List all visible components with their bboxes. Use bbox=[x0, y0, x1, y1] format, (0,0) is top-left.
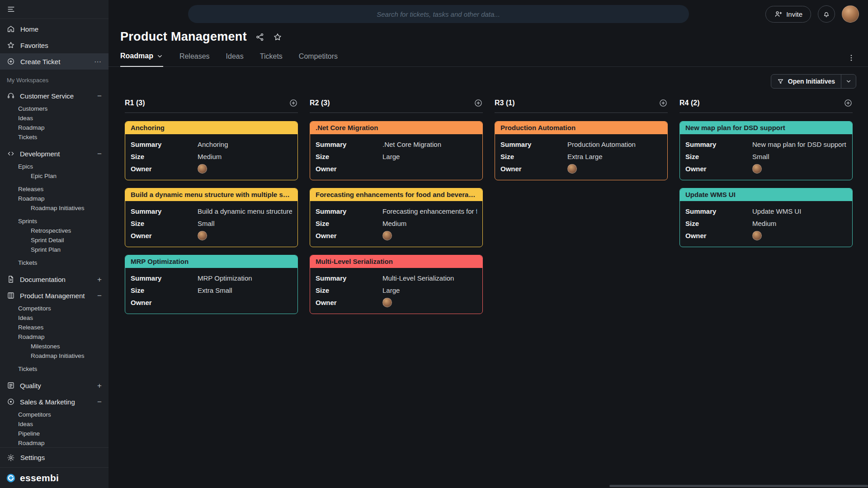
workspace-development[interactable]: Development− bbox=[0, 146, 108, 161]
sidebar-item-sprint-detail[interactable]: Sprint Detail bbox=[0, 235, 108, 245]
workspace-name: Development bbox=[20, 150, 60, 158]
filter-dropdown-chevron-icon[interactable] bbox=[841, 75, 856, 88]
add-card-icon[interactable] bbox=[474, 99, 483, 108]
sidebar-item-pipeline[interactable]: Pipeline bbox=[0, 429, 108, 438]
card-title: MRP Optimization bbox=[125, 255, 297, 268]
owner-avatar bbox=[752, 231, 762, 240]
card-owner-row: Owner bbox=[316, 163, 477, 175]
card-forecasting-enhancements-for-food-and-beverage-manufacturers[interactable]: Forecasting enhancements for food and be… bbox=[310, 188, 483, 247]
card-mrp-optimization[interactable]: MRP Optimization Summary MRP Optimizatio… bbox=[125, 255, 298, 314]
card-net-core-migration[interactable]: .Net Core Migration Summary .Net Core Mi… bbox=[310, 121, 483, 180]
workspace-quality[interactable]: Quality+ bbox=[0, 378, 108, 393]
card-title: Forecasting enhancements for food and be… bbox=[310, 188, 482, 201]
tab-tickets[interactable]: Tickets bbox=[260, 52, 283, 66]
card-build-a-dynamic-menu-structure-with-multiple-sub-menus[interactable]: Build a dynamic menu structure with mult… bbox=[125, 188, 298, 247]
sidebar-item-home[interactable]: Home bbox=[0, 21, 108, 37]
column-title: R2 (3) bbox=[310, 99, 330, 107]
sidebar-item-releases[interactable]: Releases bbox=[0, 323, 108, 332]
sidebar-item-releases[interactable]: Releases bbox=[0, 184, 108, 194]
card-multi-level-serialization[interactable]: Multi-Level Serialization Summary Multi-… bbox=[310, 255, 483, 314]
expand-icon[interactable]: + bbox=[97, 276, 102, 283]
workspace-name: Product Management bbox=[20, 292, 85, 300]
tab-competitors[interactable]: Competitors bbox=[299, 52, 338, 66]
essembi-logo-icon bbox=[6, 473, 16, 483]
card-production-automation[interactable]: Production Automation Summary Production… bbox=[495, 121, 668, 180]
card-owner-row: Owner bbox=[500, 163, 662, 175]
sidebar-toggle-icon[interactable] bbox=[7, 5, 15, 14]
sidebar-item-competitors[interactable]: Competitors bbox=[0, 304, 108, 313]
sidebar-item-roadmap[interactable]: Roadmap bbox=[0, 123, 108, 132]
collapse-icon[interactable]: − bbox=[97, 398, 102, 406]
card-owner-row: Owner bbox=[685, 230, 847, 242]
share-icon[interactable] bbox=[255, 33, 264, 42]
tab-releases[interactable]: Releases bbox=[179, 52, 210, 66]
board-column-r4: R4 (2) New map plan for DSD support Summ… bbox=[679, 99, 853, 247]
add-card-icon[interactable] bbox=[844, 99, 853, 108]
workspace-documentation[interactable]: Documentation+ bbox=[0, 272, 108, 287]
field-label: Size bbox=[316, 220, 382, 227]
sidebar-item-epic-plan[interactable]: Epic Plan bbox=[0, 171, 108, 181]
sidebar-item-roadmap[interactable]: Roadmap bbox=[0, 194, 108, 203]
sidebar-item-roadmap-initiatives[interactable]: Roadmap Initiatives bbox=[0, 203, 108, 213]
field-label: Summary bbox=[316, 141, 382, 148]
sidebar-item-sprints[interactable]: Sprints bbox=[0, 216, 108, 226]
settings-button[interactable]: Settings bbox=[0, 447, 108, 467]
sidebar-item-tickets[interactable]: Tickets bbox=[0, 132, 108, 142]
collapse-icon[interactable]: − bbox=[97, 150, 102, 158]
sidebar-item-customers[interactable]: Customers bbox=[0, 104, 108, 113]
summary-value: Production Automation bbox=[567, 141, 662, 148]
sidebar-item-competitors[interactable]: Competitors bbox=[0, 410, 108, 419]
column-header: R3 (1) bbox=[495, 99, 668, 113]
owner-avatar bbox=[382, 298, 392, 307]
tab-label: Tickets bbox=[260, 52, 283, 61]
expand-icon[interactable]: + bbox=[97, 382, 102, 389]
sidebar-item-roadmap-initiatives[interactable]: Roadmap Initiatives bbox=[0, 351, 108, 361]
size-value: Large bbox=[382, 153, 477, 160]
collapse-icon[interactable]: − bbox=[97, 92, 102, 100]
notifications-button[interactable] bbox=[818, 5, 835, 23]
page-header: Product Management RoadmapReleasesIdeasT… bbox=[108, 28, 868, 67]
sidebar-item-retrospectives[interactable]: Retrospectives bbox=[0, 226, 108, 235]
sidebar-item-ideas[interactable]: Ideas bbox=[0, 113, 108, 123]
sidebar-item-tickets[interactable]: Tickets bbox=[0, 258, 108, 267]
tab-ideas[interactable]: Ideas bbox=[226, 52, 244, 66]
sidebar-item-favorites[interactable]: Favorites bbox=[0, 37, 108, 53]
page-more-options-icon[interactable] bbox=[846, 54, 856, 66]
open-initiatives-filter-button[interactable]: Open Initiatives bbox=[771, 74, 856, 89]
card-summary-row: Summary New map plan for DSD support bbox=[685, 138, 847, 150]
filter-label: Open Initiatives bbox=[788, 78, 835, 85]
add-card-icon[interactable] bbox=[289, 99, 298, 108]
sidebar-item-roadmap[interactable]: Roadmap bbox=[0, 438, 108, 447]
sidebar-item-create-ticket[interactable]: Create Ticket ⋯ bbox=[0, 53, 108, 70]
tab-label: Roadmap bbox=[120, 52, 153, 60]
card-new-map-plan-for-dsd-support[interactable]: New map plan for DSD support Summary New… bbox=[679, 121, 853, 180]
card-summary-row: Summary Build a dynamic menu structure w… bbox=[131, 205, 292, 217]
sidebar-item-milestones[interactable]: Milestones bbox=[0, 342, 108, 351]
card-summary-row: Summary Production Automation bbox=[500, 138, 662, 150]
sidebar-item-ideas[interactable]: Ideas bbox=[0, 419, 108, 429]
sidebar-item-tickets[interactable]: Tickets bbox=[0, 364, 108, 374]
favorite-star-icon[interactable] bbox=[273, 33, 282, 42]
search-input[interactable] bbox=[188, 5, 689, 23]
tab-roadmap[interactable]: Roadmap bbox=[120, 52, 163, 67]
collapse-icon[interactable]: − bbox=[97, 292, 102, 300]
sidebar-item-roadmap[interactable]: Roadmap bbox=[0, 332, 108, 342]
size-value: Medium bbox=[198, 153, 292, 160]
card-anchoring[interactable]: Anchoring Summary Anchoring Size Medium … bbox=[125, 121, 298, 180]
add-card-icon[interactable] bbox=[659, 99, 668, 108]
sidebar-item-ideas[interactable]: Ideas bbox=[0, 313, 108, 323]
sidebar-item-sprint-plan[interactable]: Sprint Plan bbox=[0, 245, 108, 254]
field-label: Summary bbox=[685, 141, 752, 148]
invite-button[interactable]: Invite bbox=[765, 6, 811, 23]
chevron-down-icon bbox=[156, 53, 163, 60]
horizontal-scrollbar[interactable] bbox=[609, 485, 868, 487]
workspace-customer-service[interactable]: Customer Service− bbox=[0, 88, 108, 103]
workspace-product-management[interactable]: Product Management− bbox=[0, 288, 108, 303]
card-update-wms-ui[interactable]: Update WMS UI Summary Update WMS UI Size… bbox=[679, 188, 853, 247]
settings-label: Settings bbox=[20, 454, 45, 461]
user-avatar[interactable] bbox=[842, 5, 859, 23]
workspace-sales-marketing[interactable]: Sales & Marketing− bbox=[0, 394, 108, 409]
sidebar-item-epics[interactable]: Epics bbox=[0, 162, 108, 171]
more-options-icon[interactable]: ⋯ bbox=[94, 57, 102, 66]
owner-avatar bbox=[198, 231, 207, 240]
